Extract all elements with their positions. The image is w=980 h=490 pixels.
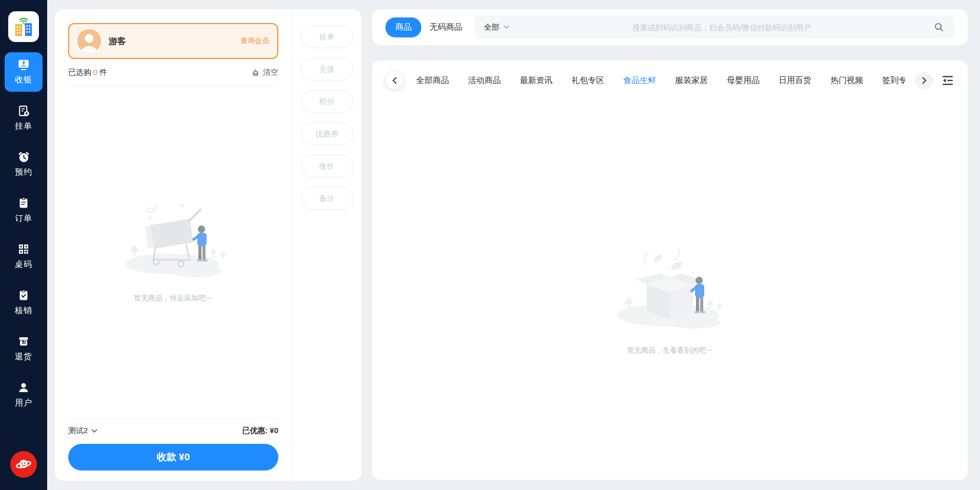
selected-suffix: 件 — [99, 68, 107, 76]
category-tab-active[interactable]: 食品生鲜 — [623, 75, 656, 86]
customer-name: 游客 — [109, 35, 126, 47]
cart-empty-state: 暂无商品，快去添加吧～ — [55, 86, 292, 418]
store-name: 测试2 — [68, 426, 88, 436]
search-filter-dropdown[interactable]: 全部 — [484, 23, 509, 32]
avatar — [77, 29, 101, 53]
category-row: 全部商品 活动商品 最新资讯 礼包专区 食品生鲜 服装家居 母婴用品 日用百货 … — [372, 60, 968, 89]
category-list: 全部商品 活动商品 最新资讯 礼包专区 食品生鲜 服装家居 母婴用品 日用百货 … — [416, 75, 905, 86]
category-tab[interactable]: 最新资讯 — [520, 75, 553, 86]
query-member-link[interactable]: 查询会员 — [240, 36, 269, 46]
checkout-button[interactable]: 收款 ¥0 — [68, 444, 278, 471]
selected-row: 已选购0件 清空 — [68, 59, 278, 86]
category-tab[interactable]: 全部商品 — [416, 75, 449, 86]
sidebar-item-label: 桌码 — [15, 259, 32, 270]
sidebar-item-refund[interactable]: 退货 — [5, 329, 43, 369]
category-tab[interactable]: 签到专区 — [882, 75, 905, 86]
coupon-button[interactable]: 优惠券 — [301, 122, 353, 145]
customer-card[interactable]: 游客 查询会员 — [68, 23, 278, 59]
sidebar-nav: ¥ 收银 挂单 — [5, 52, 43, 421]
brand-bubble[interactable] — [10, 451, 37, 478]
tab-no-code-products[interactable]: 无码商品 — [430, 22, 462, 33]
tab-products[interactable]: 商品 — [385, 17, 421, 37]
sidebar-item-label: 核销 — [15, 305, 32, 316]
chevron-right-icon — [922, 77, 927, 84]
verify-icon — [17, 289, 30, 302]
category-tab[interactable]: 服装家居 — [675, 75, 708, 86]
sidebar-item-label: 退货 — [15, 352, 32, 362]
chevron-left-icon — [392, 77, 397, 84]
search-icon[interactable] — [934, 22, 945, 33]
store-select[interactable]: 测试2 — [68, 426, 97, 436]
sidebar-item-label: 预约 — [15, 167, 32, 178]
empty-cart-illustration — [114, 200, 232, 280]
points-button[interactable]: 积分 — [301, 90, 353, 113]
category-tab[interactable]: 活动商品 — [468, 75, 501, 86]
selected-prefix: 已选购 — [68, 68, 91, 76]
menu-fold-icon — [941, 74, 954, 87]
catalog-empty-state: 暂无商品，先看看别的吧～ — [372, 89, 968, 480]
table-qr-icon — [17, 242, 30, 256]
sidebar-item-reservations[interactable]: 预约 — [5, 145, 43, 184]
refund-icon — [17, 335, 30, 348]
hold-order-icon — [17, 104, 30, 117]
clear-cart-label: 清空 — [263, 68, 278, 77]
catalog-topbar: 商品 无码商品 全部 — [372, 9, 968, 45]
category-tab[interactable]: 礼包专区 — [571, 75, 604, 86]
actions-panel: 挂单 充值 积分 优惠券 改价 备注 — [292, 9, 361, 481]
selected-summary: 已选购0件 — [68, 68, 107, 77]
broom-icon — [251, 68, 260, 77]
cart-empty-text: 暂无商品，快去添加吧～ — [134, 294, 213, 303]
recharge-button[interactable]: 充值 — [301, 58, 353, 80]
planet-icon — [15, 456, 32, 473]
catalog-empty-text: 暂无商品，先看看别的吧～ — [627, 346, 713, 355]
sidebar-item-verify[interactable]: 核销 — [5, 283, 43, 322]
cashier-icon: ¥ — [17, 58, 30, 71]
sidebar: ¥ 收银 挂单 — [0, 0, 47, 490]
cart-footer: 测试2 已优惠: ¥0 — [68, 418, 278, 436]
sidebar-item-orders[interactable]: 订单 — [5, 191, 43, 230]
note-button[interactable]: 备注 — [301, 187, 353, 210]
users-icon — [17, 381, 30, 394]
category-tab[interactable]: 母婴用品 — [727, 75, 760, 86]
search-filter-value: 全部 — [484, 23, 499, 32]
sidebar-item-label: 用户 — [15, 398, 32, 409]
svg-text:¥: ¥ — [22, 60, 25, 66]
hold-order-button[interactable]: 挂单 — [301, 26, 353, 48]
sidebar-item-label: 收银 — [15, 75, 32, 86]
cart-panel: 游客 查询会员 已选购0件 清空 — [55, 9, 292, 481]
catalog-panel: 全部商品 活动商品 最新资讯 礼包专区 食品生鲜 服装家居 母婴用品 日用百货 … — [372, 60, 968, 480]
clear-cart-button[interactable]: 清空 — [251, 68, 278, 77]
empty-box-illustration — [606, 244, 734, 333]
category-tab[interactable]: 热门视频 — [830, 75, 863, 86]
selected-count: 0 — [93, 68, 97, 76]
discount-total: 已优惠: ¥0 — [242, 426, 278, 436]
workspace-left: 游客 查询会员 已选购0件 清空 — [55, 9, 361, 481]
search-bar: 全部 — [475, 15, 954, 39]
search-input[interactable] — [509, 23, 934, 32]
category-tab[interactable]: 日用百货 — [779, 75, 811, 86]
orders-icon — [17, 196, 30, 210]
buildings-wifi-icon — [12, 15, 35, 38]
sidebar-item-label: 订单 — [15, 213, 32, 224]
scroll-right-button[interactable] — [915, 72, 933, 89]
reservation-icon — [17, 150, 30, 164]
chevron-down-icon — [503, 25, 509, 29]
chevron-down-icon — [91, 429, 97, 433]
expand-categories-button[interactable] — [941, 74, 954, 87]
sidebar-item-label: 挂单 — [15, 121, 32, 132]
app-logo[interactable] — [8, 11, 39, 42]
sidebar-item-users[interactable]: 用户 — [5, 375, 43, 415]
change-price-button[interactable]: 改价 — [301, 155, 353, 177]
sidebar-item-cashier[interactable]: ¥ 收银 — [5, 52, 43, 92]
sidebar-item-hold-orders[interactable]: 挂单 — [5, 98, 43, 138]
sidebar-item-table-qr[interactable]: 桌码 — [5, 237, 43, 276]
scroll-left-button[interactable] — [385, 72, 403, 89]
